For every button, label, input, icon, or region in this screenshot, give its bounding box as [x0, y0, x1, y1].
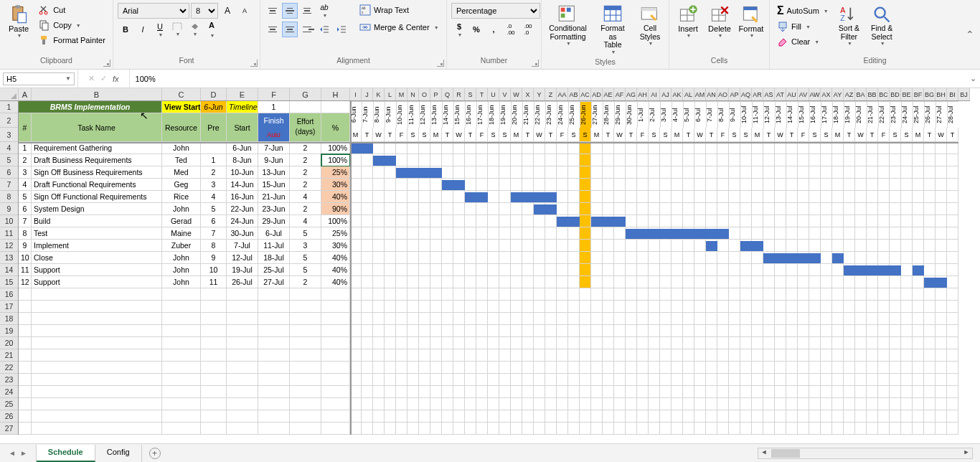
date-header[interactable]: 19-Jun: [499, 101, 511, 128]
gantt-cell[interactable]: [591, 252, 603, 264]
cell[interactable]: [913, 301, 924, 313]
cell[interactable]: [430, 337, 442, 349]
cell[interactable]: [32, 349, 162, 362]
cell[interactable]: [637, 349, 649, 362]
cell[interactable]: [901, 349, 913, 362]
cell[interactable]: [890, 288, 901, 301]
gantt-cell[interactable]: [947, 264, 958, 276]
cell[interactable]: [786, 301, 798, 313]
cell[interactable]: [258, 288, 290, 301]
cell[interactable]: [626, 386, 637, 398]
cell[interactable]: [591, 362, 603, 374]
gantt-cell[interactable]: [878, 240, 890, 252]
gantt-cell[interactable]: [855, 154, 867, 166]
cell[interactable]: Timeline: [227, 101, 258, 113]
cell[interactable]: 3: [19, 166, 32, 179]
cell[interactable]: [258, 386, 290, 398]
gantt-cell[interactable]: [442, 191, 453, 203]
gantt-cell[interactable]: [476, 203, 488, 215]
gantt-cell[interactable]: [901, 166, 913, 179]
cell[interactable]: [430, 325, 442, 337]
cell[interactable]: [442, 301, 453, 313]
cell[interactable]: [913, 349, 924, 362]
cell[interactable]: [694, 288, 706, 301]
cell[interactable]: [603, 288, 614, 301]
accounting-format-button[interactable]: $▼: [451, 22, 467, 37]
cell[interactable]: [465, 313, 476, 325]
cell[interactable]: [706, 362, 717, 374]
cell[interactable]: [321, 349, 350, 362]
cell[interactable]: [321, 410, 350, 423]
day-header[interactable]: F: [878, 128, 890, 142]
gantt-cell[interactable]: [855, 142, 867, 154]
cell[interactable]: [488, 423, 499, 435]
cell[interactable]: [867, 423, 878, 435]
cell[interactable]: [649, 325, 660, 337]
gantt-cell[interactable]: [419, 142, 430, 154]
cell[interactable]: [683, 374, 694, 386]
cell[interactable]: [350, 362, 362, 374]
cell[interactable]: [350, 349, 362, 362]
cell[interactable]: [878, 374, 890, 386]
cell[interactable]: [798, 374, 809, 386]
cell[interactable]: [786, 398, 798, 410]
date-header[interactable]: 22-Jul: [878, 101, 890, 128]
gantt-cell[interactable]: [396, 252, 407, 264]
cell[interactable]: [913, 362, 924, 374]
cell[interactable]: [924, 349, 936, 362]
gantt-cell[interactable]: [465, 142, 476, 154]
cell[interactable]: [855, 313, 867, 325]
gantt-cell[interactable]: [557, 154, 568, 166]
align-right-button[interactable]: [299, 22, 315, 37]
gantt-cell[interactable]: [637, 154, 649, 166]
gantt-cell[interactable]: [809, 276, 821, 288]
cell[interactable]: [465, 386, 476, 398]
cell[interactable]: [672, 301, 683, 313]
cell[interactable]: [19, 313, 32, 325]
cell[interactable]: [580, 301, 591, 313]
select-all-corner[interactable]: [0, 88, 19, 101]
gantt-cell[interactable]: [557, 252, 568, 264]
gantt-cell[interactable]: [924, 191, 936, 203]
gantt-cell[interactable]: [488, 252, 499, 264]
cell[interactable]: [453, 288, 465, 301]
gantt-cell[interactable]: [660, 142, 672, 154]
gantt-cell[interactable]: [706, 203, 717, 215]
gantt-cell[interactable]: [786, 276, 798, 288]
column-header-AS[interactable]: AS: [763, 88, 775, 100]
cell[interactable]: [660, 386, 672, 398]
cell[interactable]: [832, 410, 844, 423]
cell[interactable]: [396, 288, 407, 301]
cell[interactable]: [924, 301, 936, 313]
cell[interactable]: [924, 313, 936, 325]
gantt-cell[interactable]: [522, 264, 534, 276]
gantt-cell[interactable]: [396, 227, 407, 240]
gantt-cell[interactable]: [775, 240, 786, 252]
cell[interactable]: [936, 313, 947, 325]
delete-button[interactable]: Delete▼: [705, 3, 734, 39]
gantt-cell[interactable]: [809, 179, 821, 191]
cell[interactable]: 18-Jul: [258, 252, 290, 264]
cell[interactable]: [511, 386, 522, 398]
gantt-cell[interactable]: [717, 191, 729, 203]
cell[interactable]: 7-Jul: [227, 240, 258, 252]
cell[interactable]: [706, 325, 717, 337]
gantt-cell[interactable]: [890, 227, 901, 240]
gantt-cell[interactable]: [924, 252, 936, 264]
gantt-cell[interactable]: [545, 276, 557, 288]
column-header-P[interactable]: P: [430, 88, 442, 100]
cell[interactable]: [890, 386, 901, 398]
gantt-cell[interactable]: [373, 240, 385, 252]
gantt-cell[interactable]: [844, 179, 855, 191]
cell[interactable]: [890, 362, 901, 374]
gantt-cell[interactable]: [396, 240, 407, 252]
cell[interactable]: [672, 386, 683, 398]
day-header[interactable]: T: [786, 128, 798, 142]
gantt-cell[interactable]: [407, 276, 419, 288]
gantt-cell[interactable]: [488, 154, 499, 166]
cell[interactable]: [706, 301, 717, 313]
gantt-cell[interactable]: [890, 203, 901, 215]
gantt-cell[interactable]: [476, 166, 488, 179]
gantt-cell[interactable]: [442, 142, 453, 154]
cell[interactable]: [557, 386, 568, 398]
